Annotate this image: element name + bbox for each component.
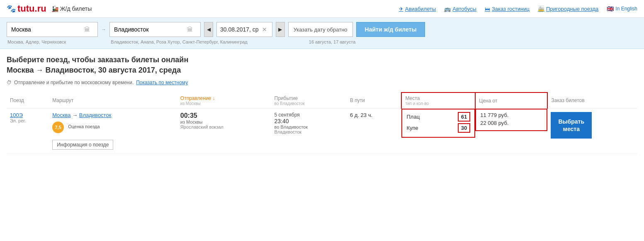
- price-row-platz: 11 779 руб.: [480, 112, 542, 118]
- places-container: Плац 61 Купе 30: [401, 109, 475, 138]
- th-route: Маршрут: [49, 93, 177, 109]
- departure-cell: 00:35 из Москвы Ярославский вокзал: [177, 109, 271, 153]
- route-from-link[interactable]: Москва: [52, 112, 70, 118]
- place-count-kupe[interactable]: 30: [458, 123, 470, 133]
- page-title-line1: Выберите поезд, чтобы заказать билеты он…: [7, 56, 637, 64]
- places-cell: Плац 61 Купе 30: [401, 109, 475, 153]
- place-count-platz[interactable]: 61: [458, 112, 470, 122]
- arrival-date: 5 сентября: [275, 112, 343, 118]
- rating-label: Оценка поезда: [68, 124, 100, 129]
- th-order: Заказ билетов: [547, 93, 637, 109]
- duration-value: 6 д. 23 ч.: [350, 112, 399, 118]
- date-value: 30.08.2017, ср: [220, 26, 259, 33]
- train-table: Поезд Маршрут Отправление ↓ из Москвы Пр…: [7, 92, 637, 153]
- from-station-icon: 🏛: [84, 26, 90, 33]
- logo[interactable]: 🐾 tutu.ru: [7, 3, 46, 14]
- route-links: Москва → Владивосток: [52, 112, 174, 118]
- nav-title: 🚂 Ж/д билеты: [51, 5, 92, 12]
- th-duration: В пути: [347, 93, 402, 109]
- th-arrival: Прибытие во Владивосток: [271, 93, 347, 109]
- hints-row: Москва, Адлер, Черняховск Владивосток, А…: [7, 39, 637, 44]
- page-title-line2: Москва → Владивосток, 30 августа 2017, с…: [7, 66, 637, 75]
- price-cell: 11 779 руб. 22 008 руб.: [475, 109, 547, 153]
- rating-row: 7,5 Оценка поезда: [52, 120, 174, 133]
- main-content: Выберите поезд, чтобы заказать билеты он…: [0, 49, 644, 160]
- date-clear-button[interactable]: ✕: [262, 26, 267, 33]
- departure-from: из Москвы: [180, 119, 268, 124]
- price-container: 11 779 руб. 22 008 руб.: [475, 109, 547, 131]
- duration-cell: 6 д. 23 ч.: [347, 109, 402, 153]
- flag-icon: 🇬🇧: [607, 5, 614, 12]
- train-icon: 🚂: [51, 5, 58, 12]
- arrival-time: 23:40: [275, 118, 343, 124]
- route-arrow: →: [72, 112, 79, 118]
- search-row: 🏛 → 🏛 ◀ 30.08.2017, ср ✕ ▶ Указать дату …: [7, 22, 637, 37]
- nav-link-hotels[interactable]: 🛏 Заказ гостиниц: [485, 6, 530, 12]
- place-row-kupe: Купе 30: [406, 123, 470, 133]
- to-hints: Владивосток, Анапа, Роза Хутор, Санкт-Пе…: [111, 39, 250, 44]
- table-row: 100Э Эл. рег. Москва → Владивосток 7,5: [7, 109, 637, 153]
- place-row-platz: Плац 61: [406, 112, 470, 122]
- hotel-icon: 🛏: [485, 6, 490, 12]
- place-type-platz: Плац: [406, 114, 420, 120]
- date-next-button[interactable]: ▶: [276, 22, 285, 37]
- date-input[interactable]: 30.08.2017, ср ✕: [216, 22, 272, 37]
- nav-link-suburban[interactable]: 🚋 Пригородные поезда: [538, 6, 598, 12]
- clock-icon: ⏱: [7, 80, 12, 85]
- train-number[interactable]: 100Э: [10, 112, 46, 118]
- place-type-kupe: Купе: [406, 125, 418, 131]
- train-type: Эл. рег.: [10, 118, 46, 123]
- from-hints: Москва, Адлер, Черняховск: [7, 39, 69, 44]
- arrival-direction: во Владивосток: [275, 124, 343, 129]
- lang-link[interactable]: 🇬🇧 In English: [607, 5, 637, 12]
- th-train: Поезд: [7, 93, 49, 109]
- date-prev-button[interactable]: ◀: [204, 22, 213, 37]
- direction-arrow: →: [101, 27, 106, 32]
- th-departure: Отправление ↓ из Москвы: [177, 93, 271, 109]
- route-to-link[interactable]: Владивосток: [79, 112, 112, 118]
- nav-link-buses[interactable]: 🚌 Автобусы: [444, 6, 476, 12]
- to-input[interactable]: 🏛: [109, 22, 201, 37]
- rating-badge: 7,5: [52, 122, 64, 133]
- th-price: Цена от: [475, 93, 547, 109]
- train-info-button[interactable]: Информация о поезде: [52, 140, 113, 150]
- departure-time: 00:35: [180, 112, 268, 119]
- from-input[interactable]: 🏛: [7, 22, 98, 37]
- date-hints: 16 августа, 17 августа: [309, 39, 359, 44]
- to-station-icon: 🏛: [187, 26, 193, 33]
- from-field[interactable]: [11, 26, 82, 33]
- search-bar: 🏛 → 🏛 ◀ 30.08.2017, ср ✕ ▶ Указать дату …: [0, 18, 644, 49]
- arrival-cell: 5 сентября 23:40 во Владивосток Владивос…: [271, 109, 347, 153]
- book-cell: Выбрать места: [547, 109, 637, 153]
- nav-link-flights[interactable]: ✈ Авиабилеты: [399, 6, 436, 12]
- suburban-icon: 🚋: [538, 6, 544, 12]
- route-cell: Москва → Владивосток 7,5 Оценка поезда: [49, 109, 177, 153]
- header: 🐾 tutu.ru 🚂 Ж/д билеты ✈ Авиабилеты 🚌 Ав…: [0, 0, 644, 18]
- to-field[interactable]: [114, 26, 185, 33]
- train-cell: 100Э Эл. рег.: [7, 109, 49, 153]
- logo-text: tutu.ru: [17, 3, 46, 14]
- nav-links: ✈ Авиабилеты 🚌 Автобусы 🛏 Заказ гостиниц…: [399, 5, 637, 12]
- price-row-kupe: 22 008 руб.: [480, 120, 542, 126]
- th-places: Места тип и кол-во: [401, 93, 475, 109]
- bus-icon: 🚌: [444, 6, 451, 12]
- book-button[interactable]: Выбрать места: [551, 112, 592, 139]
- flights-icon: ✈: [399, 6, 403, 12]
- departure-station: Ярославский вокзал: [180, 124, 268, 129]
- search-button[interactable]: Найти ж/д билеты: [356, 22, 425, 37]
- logo-icon: 🐾: [7, 4, 16, 13]
- arrival-city: Владивосток: [275, 129, 343, 134]
- timezone-note: ⏱ Отправление и прибытие по московскому …: [7, 80, 637, 85]
- header-left: 🐾 tutu.ru 🚂 Ж/д билеты: [7, 3, 92, 14]
- return-date-button[interactable]: Указать дату обратно: [288, 22, 353, 37]
- timezone-link[interactable]: Показать по местному: [136, 80, 188, 85]
